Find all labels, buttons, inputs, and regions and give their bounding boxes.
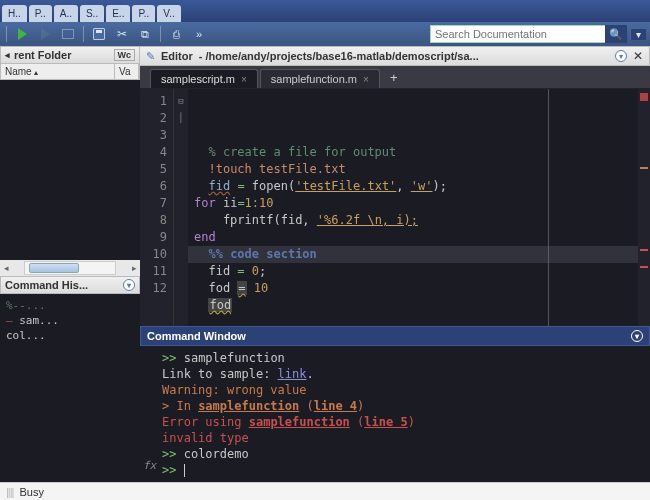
code-area[interactable]: 123456789101112 ⊟│ % create a file for o…: [140, 89, 650, 326]
message-bar[interactable]: [638, 89, 650, 326]
current-folder-label: rent Folder: [14, 49, 71, 61]
toolstrip-tab[interactable]: E..: [106, 5, 130, 22]
toolstrip-tab[interactable]: V..: [157, 5, 180, 22]
file-tab[interactable]: samplescript.m×: [150, 69, 258, 88]
fx-icon[interactable]: fx: [143, 458, 156, 474]
status-grip[interactable]: ||||: [6, 486, 13, 498]
err-tick[interactable]: [640, 249, 648, 251]
col-name[interactable]: Name ▴: [1, 64, 115, 79]
collapse-toolstrip[interactable]: ▾: [630, 29, 646, 40]
fold-column[interactable]: ⊟│: [174, 89, 188, 326]
file-tab-bar: samplescript.m×samplefunction.m×+: [140, 66, 650, 89]
editor-menu-icon[interactable]: ▾: [615, 50, 627, 62]
hscrollbar[interactable]: ◂▸: [0, 260, 140, 276]
command-history-body[interactable]: %--...— sam... col...: [0, 294, 140, 482]
editor-close-icon[interactable]: ✕: [633, 49, 643, 63]
doc-search-input[interactable]: [430, 25, 605, 43]
toolstrip: H..P..A..S..E..P..V..: [0, 0, 650, 22]
doc-search: 🔍: [430, 25, 627, 43]
toolstrip-tab[interactable]: A..: [54, 5, 78, 22]
panel-menu-icon[interactable]: ▾: [123, 279, 135, 291]
close-icon[interactable]: ×: [363, 74, 369, 85]
warn-tick[interactable]: [640, 167, 648, 169]
line-gutter: 123456789101112: [140, 89, 174, 326]
current-folder-columns: Name ▴ Va: [0, 64, 140, 80]
more-button[interactable]: »: [189, 25, 209, 43]
col-value[interactable]: Va: [115, 64, 139, 79]
print-button[interactable]: ⎙: [166, 25, 186, 43]
left-column: ◂ rent Folder Wc Name ▴ Va ◂▸ Command Hi…: [0, 46, 140, 482]
command-history-title[interactable]: Command His... ▾: [0, 276, 140, 294]
cut-button[interactable]: ✂: [112, 25, 132, 43]
status-bar: |||| Busy: [0, 482, 650, 500]
error-indicator[interactable]: [640, 93, 648, 101]
save-button[interactable]: [89, 25, 109, 43]
cut-icon: ✂: [117, 27, 127, 41]
code-text[interactable]: % create a file for output !touch testFi…: [188, 89, 638, 326]
run-button[interactable]: [12, 25, 32, 43]
right-margin: [548, 89, 549, 326]
copy-button[interactable]: ⧉: [135, 25, 155, 43]
toolstrip-tab[interactable]: P..: [132, 5, 155, 22]
run-advance-button[interactable]: [35, 25, 55, 43]
editor-label: Editor: [161, 50, 193, 62]
add-tab-button[interactable]: +: [382, 69, 406, 88]
command-window-body[interactable]: fx >> samplefunctionLink to sample: link…: [140, 346, 650, 482]
cw-menu-icon[interactable]: ▾: [631, 330, 643, 342]
editor-titlebar[interactable]: ✎ Editor - /home/andy/projects/base16-ma…: [140, 46, 650, 66]
command-window-title[interactable]: Command Window ▾: [140, 326, 650, 346]
status-text: Busy: [19, 486, 43, 498]
toolstrip-tab[interactable]: P..: [29, 5, 52, 22]
err-tick[interactable]: [640, 266, 648, 268]
doc-search-go[interactable]: 🔍: [605, 25, 627, 43]
toolstrip-tab[interactable]: H..: [2, 5, 27, 22]
command-window-panel: Command Window ▾ fx >> samplefunctionLin…: [140, 326, 650, 482]
current-folder-title[interactable]: ◂ rent Folder Wc: [0, 46, 140, 64]
file-tab[interactable]: samplefunction.m×: [260, 69, 380, 88]
toolstrip-tab[interactable]: S..: [80, 5, 104, 22]
editor-path: - /home/andy/projects/base16-matlab/demo…: [199, 50, 609, 62]
current-folder-body[interactable]: [0, 80, 140, 260]
wrap-toggle[interactable]: Wc: [114, 49, 136, 61]
editor-panel: ✎ Editor - /home/andy/projects/base16-ma…: [140, 46, 650, 326]
quick-access-toolbar: ✂ ⧉ ⎙ » 🔍 ▾: [0, 22, 650, 46]
step-button[interactable]: [58, 25, 78, 43]
close-icon[interactable]: ×: [241, 74, 247, 85]
